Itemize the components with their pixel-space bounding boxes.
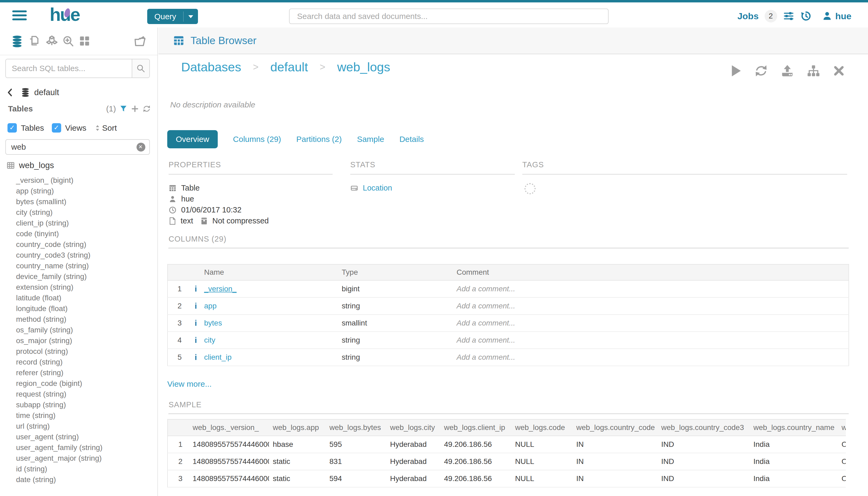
- sitemap-icon[interactable]: [807, 64, 820, 78]
- sidebar-column[interactable]: user_agent (string): [0, 432, 157, 442]
- sql-tables-search-input[interactable]: [6, 59, 132, 78]
- sidebar-column[interactable]: os_major (string): [0, 336, 157, 346]
- refresh-icon[interactable]: [754, 64, 768, 78]
- page-title: Table Browser: [190, 35, 256, 46]
- info-icon[interactable]: i: [195, 353, 197, 361]
- user-menu[interactable]: hue: [822, 11, 851, 21]
- add-icon[interactable]: [131, 105, 139, 113]
- breadcrumb-web-logs[interactable]: web_logs: [337, 60, 390, 74]
- sidebar-column[interactable]: code (tinyint): [0, 229, 157, 239]
- table-type-filters: Tables Views Sort: [7, 123, 117, 133]
- tab-columns[interactable]: Columns (29): [233, 135, 281, 144]
- databases-icon[interactable]: [11, 35, 23, 49]
- tables-checkbox[interactable]: [7, 123, 17, 133]
- query-play-icon[interactable]: [730, 64, 742, 78]
- sample-cell: 49.206.186.56: [440, 453, 511, 470]
- column-comment[interactable]: Add a comment...: [457, 280, 849, 297]
- column-comment[interactable]: Add a comment...: [457, 297, 849, 314]
- sidebar-column[interactable]: region_code (bigint): [0, 378, 157, 389]
- column-name-link[interactable]: _version_: [204, 284, 236, 293]
- location-link[interactable]: Location: [363, 184, 392, 192]
- properties-section: PROPERTIES Table hue 01/06/2017 10:32 te…: [169, 160, 333, 226]
- sidebar-column[interactable]: client_ip (string): [0, 218, 157, 229]
- caret-down-icon[interactable]: [184, 14, 198, 19]
- column-comment[interactable]: Add a comment...: [457, 314, 849, 332]
- upload-icon[interactable]: [780, 64, 794, 78]
- filter-icon[interactable]: [120, 105, 127, 113]
- column-comment[interactable]: Add a comment...: [457, 349, 849, 366]
- view-more-link[interactable]: View more...: [167, 379, 211, 389]
- column-row: 5 i client_ip string Add a comment...: [168, 349, 849, 366]
- close-icon[interactable]: [833, 65, 845, 77]
- sidebar-column[interactable]: country_code3 (string): [0, 250, 157, 261]
- info-icon[interactable]: i: [195, 284, 197, 293]
- column-name-link[interactable]: app: [204, 302, 217, 310]
- views-checkbox[interactable]: [52, 123, 61, 133]
- jobs-link[interactable]: Jobs: [737, 11, 758, 21]
- sidebar-column[interactable]: country_name (string): [0, 261, 157, 271]
- sidebar-column[interactable]: app (string): [0, 186, 157, 197]
- sidebar-column[interactable]: record (string): [0, 357, 157, 368]
- column-name-link[interactable]: bytes: [204, 319, 222, 327]
- search-zoom-icon[interactable]: [62, 35, 74, 49]
- refresh-icon[interactable]: [142, 105, 151, 113]
- sidebar-column[interactable]: protocol (string): [0, 346, 157, 357]
- sample-cell: NULL: [511, 453, 572, 470]
- sidebar-column[interactable]: device_family (string): [0, 271, 157, 282]
- info-icon[interactable]: i: [195, 336, 197, 344]
- column-comment[interactable]: Add a comment...: [457, 332, 849, 349]
- info-icon[interactable]: i: [195, 301, 197, 310]
- sidebar-column[interactable]: _version_ (bigint): [0, 175, 157, 186]
- cubes-icon[interactable]: [45, 35, 59, 49]
- sidebar-column[interactable]: country_code (string): [0, 239, 157, 250]
- sidebar-column[interactable]: user_agent_major (string): [0, 453, 157, 464]
- sliders-icon[interactable]: [783, 11, 794, 22]
- apps-grid-icon[interactable]: [79, 35, 90, 48]
- column-name-link[interactable]: city: [204, 336, 215, 344]
- sidebar-column[interactable]: time (string): [0, 410, 157, 421]
- column-name-link[interactable]: client_ip: [204, 353, 232, 361]
- query-button[interactable]: Query: [147, 9, 198, 24]
- menu-icon[interactable]: [12, 11, 27, 22]
- column-type: string: [342, 349, 457, 366]
- sidebar-column[interactable]: latitude (float): [0, 293, 157, 303]
- sample-table-container[interactable]: web_logs._version_ web_logs.app web_logs…: [167, 419, 846, 489]
- tab-sample[interactable]: Sample: [357, 135, 384, 144]
- info-icon[interactable]: i: [195, 319, 197, 327]
- sidebar-column[interactable]: extension (string): [0, 282, 157, 293]
- property-created: 01/06/2017 10:32: [181, 205, 241, 214]
- database-breadcrumb[interactable]: default: [6, 88, 59, 97]
- sidebar-column[interactable]: city (string): [0, 207, 157, 218]
- sample-cell: Hyderabad: [386, 436, 440, 453]
- sidebar-column[interactable]: method (string): [0, 314, 157, 325]
- sidebar-column[interactable]: longitude (float): [0, 303, 157, 314]
- global-search-input[interactable]: [289, 9, 609, 24]
- sidebar-column[interactable]: url (string): [0, 421, 157, 432]
- clear-filter-icon[interactable]: [137, 143, 145, 152]
- search-icon[interactable]: [132, 59, 149, 78]
- hue-logo[interactable]: hue: [50, 4, 80, 25]
- sidebar-table-web-logs[interactable]: web_logs: [6, 160, 54, 170]
- tab-partitions[interactable]: Partitions (2): [296, 135, 342, 144]
- sidebar-column[interactable]: referer (string): [0, 368, 157, 378]
- sample-cell: IND: [658, 470, 749, 487]
- sidebar-column[interactable]: user_agent_family (string): [0, 442, 157, 453]
- property-compression: Not compressed: [212, 216, 269, 225]
- tab-details[interactable]: Details: [399, 135, 424, 144]
- sidebar-column[interactable]: id (string): [0, 464, 157, 474]
- folder-icon[interactable]: [133, 35, 147, 49]
- sidebar-column[interactable]: subapp (string): [0, 400, 157, 410]
- sidebar-column[interactable]: bytes (smallint): [0, 197, 157, 207]
- sort-control[interactable]: Sort: [94, 123, 117, 133]
- tab-overview[interactable]: Overview: [167, 130, 218, 148]
- table-filter-input[interactable]: [6, 142, 137, 152]
- breadcrumb-databases[interactable]: Databases: [181, 60, 241, 74]
- sidebar-column[interactable]: os_family (string): [0, 325, 157, 336]
- sidebar-column[interactable]: request (string): [0, 389, 157, 400]
- sidebar-column[interactable]: date (string): [0, 474, 157, 485]
- jobs-count-badge[interactable]: 2: [764, 10, 777, 22]
- breadcrumb-default[interactable]: default: [270, 60, 308, 74]
- documents-icon[interactable]: [28, 35, 40, 49]
- history-icon[interactable]: [800, 10, 812, 22]
- breadcrumb-separator: >: [320, 61, 326, 73]
